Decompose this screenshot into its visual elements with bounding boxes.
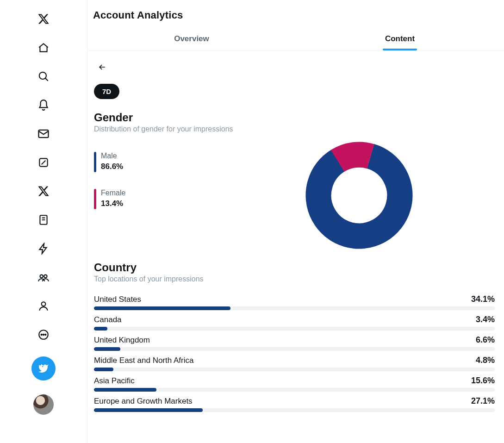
svg-point-9 [43,334,44,335]
country-bar-fill [94,306,230,310]
gender-legend: Male 86.6% Female 13.4% [94,142,242,226]
bolt-icon[interactable] [32,237,55,260]
country-bar-track [94,306,495,310]
compose-button[interactable] [31,356,56,381]
svg-point-14 [334,170,385,221]
svg-point-0 [39,72,46,79]
country-row: United Kingdom6.6% [94,331,495,352]
legend-female: Female 13.4% [94,189,242,209]
country-subtitle: Top locations of your impressions [94,275,495,283]
country-name: Europe and Growth Markets [94,397,193,406]
male-label: Male [101,152,123,160]
country-name: United Kingdom [94,336,150,345]
svg-point-10 [45,334,46,335]
svg-point-5 [44,275,47,278]
notifications-icon[interactable] [32,94,55,117]
country-bar-track [94,388,495,392]
content-area: 7D Gender Distribution of gender for you… [87,50,504,443]
country-name: Asia Pacific [94,376,135,386]
country-bar-track [94,327,495,331]
country-value: 4.8% [476,356,495,365]
country-value: 34.1% [471,294,495,304]
svg-point-8 [41,334,42,335]
country-bar-fill [94,327,107,331]
sidebar [0,0,87,443]
more-icon[interactable] [32,323,55,346]
country-row: United States34.1% [94,291,495,311]
country-value: 15.6% [471,376,495,386]
country-row: Middle East and North Africa4.8% [94,352,495,372]
svg-point-6 [42,302,46,306]
gender-donut-wrap [242,142,495,249]
page-title: Account Analytics [87,0,504,27]
male-swatch [94,152,96,172]
country-bar-track [94,408,495,412]
country-name: Canada [94,315,122,324]
female-label: Female [101,189,125,197]
messages-icon[interactable] [32,122,55,145]
gender-donut-chart [305,142,413,249]
country-value: 27.1% [471,396,495,406]
communities-icon[interactable] [32,266,55,289]
country-list: United States34.1%Canada3.4%United Kingd… [94,291,495,413]
country-bar-track [94,347,495,351]
country-value: 3.4% [476,315,495,324]
back-button[interactable] [94,59,111,75]
search-icon[interactable] [32,65,55,88]
date-range-pill[interactable]: 7D [94,84,119,99]
grok-icon[interactable] [32,151,55,174]
male-value: 86.6% [101,162,123,171]
female-swatch [94,189,96,209]
svg-point-4 [40,275,43,278]
country-bar-track [94,368,495,371]
tab-overview[interactable]: Overview [87,27,296,50]
legend-male: Male 86.6% [94,152,242,172]
gender-subtitle: Distribution of gender for your impressi… [94,125,495,133]
country-value: 6.6% [476,335,495,345]
country-row: Europe and Growth Markets27.1% [94,393,495,413]
x-logo-icon[interactable] [32,7,55,31]
avatar[interactable] [33,394,54,415]
female-value: 13.4% [101,199,125,208]
country-name: Middle East and North Africa [94,356,193,365]
country-bar-fill [94,388,156,392]
country-row: Asia Pacific15.6% [94,372,495,393]
country-bar-fill [94,368,113,371]
profile-icon[interactable] [32,294,55,318]
country-row: Canada3.4% [94,311,495,331]
country-bar-fill [94,408,203,412]
tabs: Overview Content [87,27,504,50]
lists-icon[interactable] [32,208,55,231]
country-name: United States [94,295,141,304]
country-section: Country Top locations of your impression… [94,261,495,413]
gender-title: Gender [94,111,495,124]
main-panel: Account Analytics Overview Content 7D Ge… [87,0,504,443]
gender-section: Gender Distribution of gender for your i… [94,111,495,249]
home-icon[interactable] [32,36,55,59]
premium-icon[interactable] [32,180,55,203]
country-title: Country [94,261,495,274]
tab-content[interactable]: Content [296,27,504,50]
country-bar-fill [94,347,120,351]
